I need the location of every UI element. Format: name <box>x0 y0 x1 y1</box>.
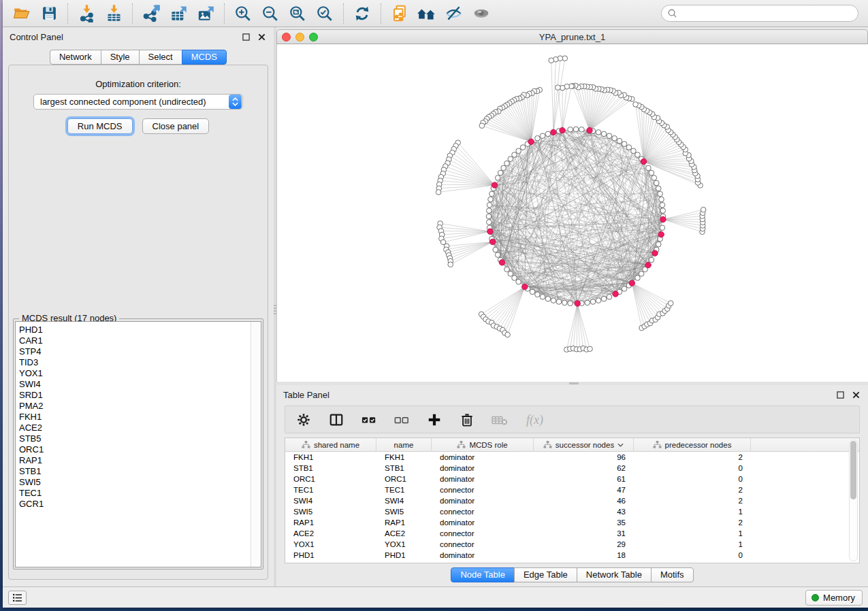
open-file-button[interactable] <box>8 2 35 25</box>
zoom-selected-button[interactable] <box>311 2 338 25</box>
network-node[interactable] <box>659 197 664 202</box>
list-item[interactable]: STB5 <box>19 433 247 444</box>
network-node[interactable] <box>612 135 617 141</box>
mcds-hub-node[interactable] <box>492 182 497 188</box>
export-image-button[interactable] <box>192 2 219 25</box>
table-row[interactable]: FKH1FKH1dominator962 <box>285 452 859 463</box>
network-node[interactable] <box>551 298 556 303</box>
list-item[interactable]: ORC1 <box>19 444 247 455</box>
mcds-hub-node[interactable] <box>658 231 664 237</box>
save-session-button[interactable] <box>35 2 63 25</box>
network-node[interactable] <box>535 292 541 297</box>
network-node[interactable] <box>556 299 562 305</box>
mcds-hub-node[interactable] <box>629 280 634 286</box>
float-panel-icon[interactable] <box>241 32 251 42</box>
network-node[interactable] <box>545 296 551 301</box>
duplicate-network-button[interactable] <box>386 2 413 25</box>
network-node[interactable] <box>656 242 661 247</box>
network-node[interactable] <box>495 176 500 181</box>
table-row[interactable]: RAP1RAP1dominator352 <box>285 517 859 528</box>
network-node[interactable] <box>639 271 644 277</box>
tab-mcds[interactable]: MCDS <box>182 50 227 65</box>
mcds-hub-node[interactable] <box>489 239 495 244</box>
network-node[interactable] <box>660 208 666 214</box>
column-header-name[interactable]: name <box>376 438 432 452</box>
table-row[interactable]: STB1STB1dominator620 <box>285 463 859 474</box>
tab-network[interactable]: Network <box>50 50 101 65</box>
mcds-hub-node[interactable] <box>522 284 528 289</box>
add-button[interactable] <box>425 411 443 429</box>
network-node[interactable] <box>622 286 627 292</box>
function-builder-button[interactable]: f(x) <box>524 411 553 429</box>
unselect-all-button[interactable] <box>393 411 411 429</box>
maximize-window-icon[interactable] <box>309 33 318 42</box>
delete-button[interactable] <box>458 411 476 429</box>
list-item[interactable]: PMA2 <box>19 401 247 412</box>
network-node[interactable] <box>540 133 545 139</box>
run-mcds-button[interactable]: Run MCDS <box>67 118 133 134</box>
mcds-hub-node[interactable] <box>487 229 493 234</box>
network-node[interactable] <box>622 142 627 147</box>
list-item[interactable]: GCR1 <box>19 499 247 510</box>
import-table-button[interactable] <box>100 2 127 25</box>
table-row[interactable]: ORC1ORC1dominator610 <box>285 474 859 484</box>
float-panel-icon[interactable] <box>835 390 846 400</box>
memory-button[interactable]: Memory <box>805 590 863 606</box>
network-node[interactable] <box>488 197 494 202</box>
network-node[interactable] <box>479 123 485 129</box>
list-item[interactable]: RAP1 <box>19 455 247 466</box>
mcds-hub-node[interactable] <box>551 129 556 135</box>
zoom-fit-button[interactable] <box>284 2 311 25</box>
tab-select[interactable]: Select <box>139 50 182 65</box>
network-node[interactable] <box>601 131 607 137</box>
network-node[interactable] <box>487 208 492 214</box>
network-node[interactable] <box>520 145 526 150</box>
network-node[interactable] <box>596 130 601 135</box>
network-node[interactable] <box>656 186 661 191</box>
hide-selected-button[interactable] <box>440 2 468 25</box>
list-item[interactable]: SRD1 <box>19 390 247 401</box>
network-node[interactable] <box>635 152 641 158</box>
network-node[interactable] <box>617 138 622 144</box>
network-node[interactable] <box>660 225 665 231</box>
network-node[interactable] <box>549 58 554 63</box>
close-window-icon[interactable] <box>282 33 291 42</box>
import-network-button[interactable] <box>73 2 100 25</box>
network-node[interactable] <box>601 296 607 301</box>
table-settings-button[interactable] <box>295 411 312 429</box>
mcds-hub-node[interactable] <box>499 260 504 265</box>
refresh-button[interactable] <box>349 2 376 25</box>
mcds-hub-node[interactable] <box>613 291 618 297</box>
show-column-button[interactable] <box>327 411 345 429</box>
network-node[interactable] <box>505 332 511 337</box>
table-row[interactable]: PHD1PHD1dominator180 <box>285 550 859 561</box>
mcds-hub-node[interactable] <box>560 127 565 133</box>
network-node[interactable] <box>579 127 585 133</box>
tab-motifs[interactable]: Motifs <box>651 567 694 582</box>
close-panel-icon[interactable] <box>257 32 267 42</box>
list-item[interactable]: ACE2 <box>19 423 247 433</box>
criterion-select[interactable]: largest connected component (undirected) <box>33 94 243 110</box>
network-node[interactable] <box>487 203 492 208</box>
zoom-out-button[interactable] <box>257 2 284 25</box>
table-row[interactable]: SWI5SWI5connector431 <box>285 506 859 517</box>
network-node[interactable] <box>607 295 612 300</box>
network-node[interactable] <box>701 207 706 212</box>
network-node[interactable] <box>504 267 510 272</box>
show-all-button[interactable] <box>468 2 495 25</box>
mcds-hub-node[interactable] <box>575 301 580 306</box>
network-node[interactable] <box>504 161 510 166</box>
list-item[interactable]: CAR1 <box>19 335 247 346</box>
network-node[interactable] <box>508 156 513 162</box>
network-node[interactable] <box>493 247 498 252</box>
network-node[interactable] <box>535 135 541 141</box>
network-node[interactable] <box>508 271 513 277</box>
network-node[interactable] <box>631 148 637 154</box>
close-panel-button[interactable]: Close panel <box>142 118 210 134</box>
minimize-window-icon[interactable] <box>295 33 304 42</box>
column-header-MCDS-role[interactable]: MCDS role <box>432 438 534 452</box>
list-item[interactable]: STP4 <box>19 346 247 357</box>
network-node[interactable] <box>530 289 535 295</box>
network-node[interactable] <box>516 279 521 284</box>
table-row[interactable]: TEC1TEC1connector472 <box>285 484 859 495</box>
